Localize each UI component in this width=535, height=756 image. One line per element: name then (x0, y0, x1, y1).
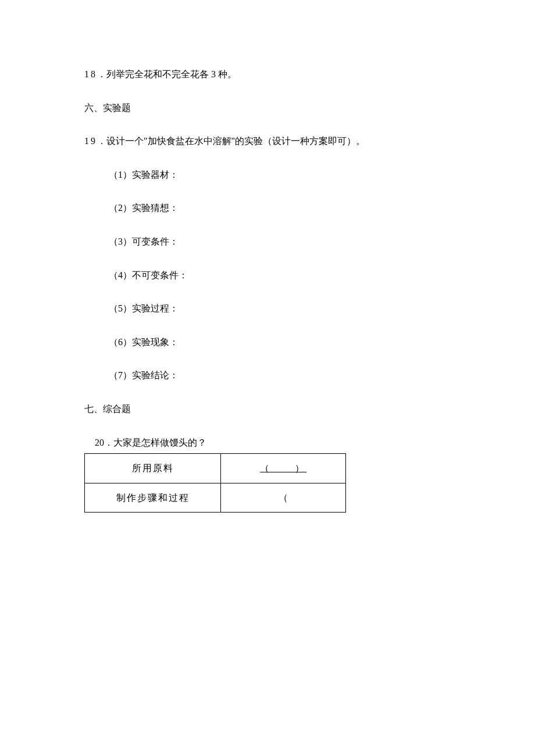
question-20-title: 20．大家是怎样做馒头的？ (84, 435, 451, 450)
open-parenthesis: （ (279, 493, 288, 503)
table-cell-blank-1[interactable]: （ ） (221, 454, 346, 483)
blank-parentheses: （ ） (260, 463, 306, 473)
q19-item-4: （4）不可变条件： (84, 268, 451, 283)
table-cell-blank-2[interactable]: （ (221, 483, 346, 513)
table-row: 制作步骤和过程 （ (85, 483, 346, 513)
q19-item-5: （5）实验过程： (84, 301, 451, 316)
q20-table: 所用原料 （ ） 制作步骤和过程 （ (84, 453, 346, 513)
question-18: 18．列举完全花和不完全花各 3 种。 (84, 67, 451, 82)
q19-item-2: （2）实验猜想： (84, 200, 451, 216)
question-19: 19．设计一个"加快食盐在水中溶解"的实验（设计一种方案即可）。 (84, 134, 451, 149)
q19-item-3: （3）可变条件： (84, 234, 451, 249)
q19-number: 19 (84, 136, 97, 146)
q19-item-1: （1）实验器材： (84, 167, 451, 182)
section-6-heading: 六、实验题 (84, 101, 451, 116)
q19-item-6: （6）实验现象： (84, 335, 451, 350)
q18-number: 18 (84, 69, 97, 79)
q19-item-7: （7）实验结论： (84, 368, 451, 383)
table-cell-label-2: 制作步骤和过程 (85, 483, 221, 513)
q19-text: ．设计一个"加快食盐在水中溶解"的实验（设计一种方案即可）。 (97, 136, 365, 146)
q18-text: ．列举完全花和不完全花各 3 种。 (97, 69, 237, 79)
table-cell-label-1: 所用原料 (85, 454, 221, 483)
section-7-heading: 七、综合题 (84, 402, 451, 417)
table-row: 所用原料 （ ） (85, 454, 346, 483)
